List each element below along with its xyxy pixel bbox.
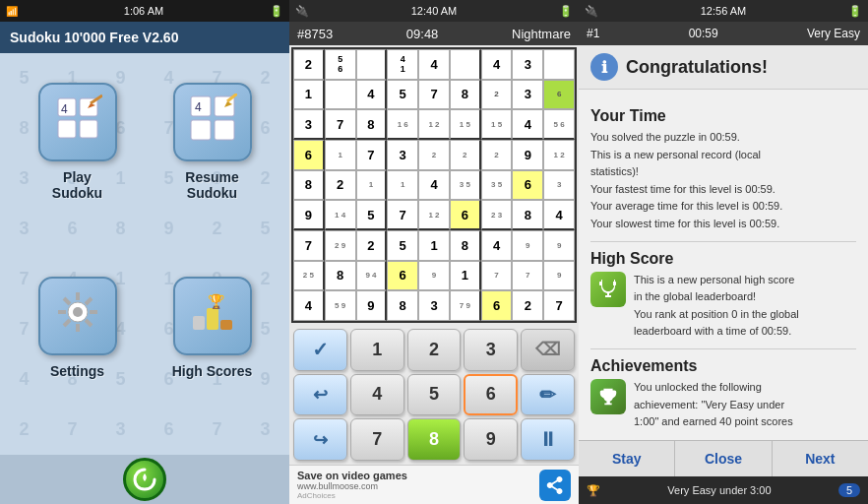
cell-4-8[interactable]: 3 [543, 170, 575, 201]
cell-2-6[interactable]: 1 5 [481, 109, 513, 140]
cell-8-1[interactable]: 5 9 [325, 290, 356, 321]
cell-2-4[interactable]: 1 2 [418, 109, 450, 140]
check-btn[interactable]: ✓ [293, 329, 347, 371]
pause-btn[interactable]: ⏸ [521, 418, 575, 461]
resume-icon-box[interactable]: 4 [173, 83, 252, 161]
cell-8-0[interactable]: 4 [293, 290, 325, 321]
cell-4-4[interactable]: 4 [418, 170, 450, 201]
cell-3-3[interactable]: 3 [387, 140, 418, 170]
next-button[interactable]: Next [773, 441, 868, 476]
cell-6-2[interactable]: 2 [356, 230, 388, 261]
stay-button[interactable]: Stay [579, 441, 675, 476]
num-3-btn[interactable]: 3 [464, 329, 518, 371]
cell-5-8[interactable]: 4 [543, 200, 575, 230]
cell-8-3[interactable]: 8 [387, 290, 418, 321]
cell-7-1[interactable]: 8 [325, 261, 356, 291]
cell-3-6[interactable]: 2 [481, 140, 513, 170]
cell-4-1[interactable]: 2 [325, 170, 356, 201]
cell-4-7[interactable]: 6 [512, 170, 543, 201]
num-9-btn[interactable]: 9 [464, 418, 518, 461]
cell-7-8[interactable]: 9 [543, 261, 575, 291]
play-icon-box[interactable]: 4 [38, 83, 117, 161]
num-4-btn[interactable]: 4 [350, 374, 404, 416]
cell-1-7[interactable]: 3 [512, 80, 543, 110]
cell-1-4[interactable]: 7 [418, 80, 450, 110]
cell-2-3[interactable]: 1 6 [387, 109, 418, 140]
cell-7-6[interactable]: 7 [481, 261, 513, 291]
cell-1-0[interactable]: 1 [293, 80, 325, 110]
cell-7-0[interactable]: 2 5 [293, 261, 325, 291]
cell-8-8[interactable]: 7 [543, 290, 575, 321]
pencil-btn[interactable]: ✏ [521, 374, 575, 416]
cell-7-2[interactable]: 9 4 [356, 261, 388, 291]
cell-5-0[interactable]: 9 [293, 200, 325, 230]
cell-2-1[interactable]: 7 [325, 109, 356, 140]
settings-icon-box[interactable] [38, 277, 117, 355]
menu-item-resume[interactable]: 4 ResumeSudoku [155, 83, 270, 257]
cell-6-5[interactable]: 8 [450, 230, 481, 261]
cell-7-7[interactable]: 7 [512, 261, 543, 291]
highscores-icon-box[interactable]: 🏆 [173, 277, 252, 355]
cell-3-5[interactable]: 2 [450, 140, 481, 170]
cell-5-2[interactable]: 5 [356, 200, 388, 230]
cell-0-4[interactable]: 4 [418, 49, 450, 80]
close-button[interactable]: Close [675, 441, 772, 476]
redo-btn[interactable]: ↪ [293, 418, 347, 461]
cell-5-1[interactable]: 1 4 [325, 200, 356, 230]
cell-5-7[interactable]: 8 [512, 200, 543, 230]
eraser-btn[interactable]: ⌫ [521, 329, 575, 371]
cell-0-5[interactable] [450, 49, 481, 80]
cell-6-6[interactable]: 4 [481, 230, 513, 261]
cell-4-2[interactable]: 1 [356, 170, 388, 201]
cell-6-3[interactable]: 5 [387, 230, 418, 261]
cell-6-0[interactable]: 7 [293, 230, 325, 261]
menu-item-settings[interactable]: Settings [20, 277, 135, 435]
cell-2-2[interactable]: 8 [356, 109, 388, 140]
cell-8-5[interactable]: 7 9 [450, 290, 481, 321]
cell-2-5[interactable]: 1 5 [450, 109, 481, 140]
cell-4-3[interactable]: 1 [387, 170, 418, 201]
num-1-btn[interactable]: 1 [350, 329, 404, 371]
cell-3-1[interactable]: 1 [325, 140, 356, 170]
cell-1-3[interactable]: 5 [387, 80, 418, 110]
cell-1-1[interactable] [325, 80, 356, 110]
undo-btn[interactable]: ↩ [293, 374, 347, 416]
cell-6-1[interactable]: 2 9 [325, 230, 356, 261]
menu-item-play[interactable]: 4 PlaySudoku [20, 83, 135, 257]
cell-8-6[interactable]: 6 [481, 290, 513, 321]
cell-1-6[interactable]: 2 [481, 80, 513, 110]
cell-0-0[interactable]: 2 [293, 49, 325, 80]
cell-0-3[interactable]: 41 [387, 49, 418, 80]
cell-5-5[interactable]: 6 [450, 200, 481, 230]
menu-item-highscores[interactable]: 🏆 High Scores [155, 277, 270, 435]
cell-4-6[interactable]: 3 5 [481, 170, 513, 201]
cell-6-4[interactable]: 1 [418, 230, 450, 261]
cell-3-7[interactable]: 9 [512, 140, 543, 170]
cell-5-3[interactable]: 7 [387, 200, 418, 230]
cell-7-3[interactable]: 6 [387, 261, 418, 291]
cell-4-5[interactable]: 3 5 [450, 170, 481, 201]
cell-7-5[interactable]: 1 [450, 261, 481, 291]
cell-7-4[interactable]: 9 [418, 261, 450, 291]
cell-2-7[interactable]: 4 [512, 109, 543, 140]
cell-2-0[interactable]: 3 [293, 109, 325, 140]
share-button[interactable] [539, 470, 571, 501]
cell-5-6[interactable]: 2 3 [481, 200, 513, 230]
cell-0-6[interactable]: 4 [481, 49, 513, 80]
cell-2-8[interactable]: 5 6 [543, 109, 575, 140]
cell-1-5[interactable]: 8 [450, 80, 481, 110]
cell-3-2[interactable]: 7 [356, 140, 388, 170]
cell-3-0[interactable]: 6 [293, 140, 325, 170]
cell-4-0[interactable]: 8 [293, 170, 325, 201]
cell-0-7[interactable]: 3 [512, 49, 543, 80]
cell-1-8[interactable]: 6 [543, 80, 575, 110]
cell-5-4[interactable]: 1 2 [418, 200, 450, 230]
num-7-btn[interactable]: 7 [350, 418, 404, 461]
cell-3-8[interactable]: 1 2 [543, 140, 575, 170]
cell-6-8[interactable]: 9 [543, 230, 575, 261]
cell-3-4[interactable]: 2 [418, 140, 450, 170]
num-2-btn[interactable]: 2 [407, 329, 462, 371]
cell-1-2[interactable]: 4 [356, 80, 388, 110]
num-5-btn[interactable]: 5 [407, 374, 462, 416]
cell-0-1[interactable]: 56 [325, 49, 356, 80]
